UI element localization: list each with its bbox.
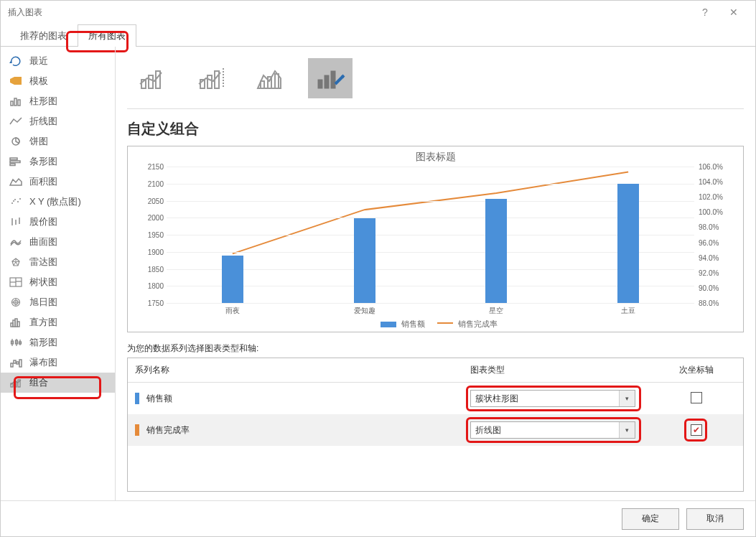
combo-subtype-1[interactable]	[131, 58, 176, 98]
sidebar-item-scatter[interactable]: X Y (散点图)	[1, 192, 115, 212]
secondary-axis-checkbox-2[interactable]	[691, 424, 702, 436]
pie-icon	[9, 136, 22, 146]
sidebar-item-boxplot[interactable]: 箱形图	[1, 332, 115, 352]
sidebar-item-label: 饼图	[29, 135, 48, 148]
svg-point-11	[19, 198, 21, 200]
sidebar-item-line[interactable]: 折线图	[1, 111, 115, 131]
template-icon	[9, 76, 22, 86]
surface-icon	[9, 237, 22, 247]
combo-subtype-3[interactable]	[249, 58, 294, 98]
series-type-dropdown-1[interactable]: 簇状柱形图 ▾	[470, 390, 635, 407]
waterfall-icon	[9, 358, 22, 368]
y-axis-tick: 2050	[148, 197, 167, 205]
svg-rect-60	[331, 71, 335, 88]
y-axis-tick: 1750	[148, 299, 167, 307]
series-table: 系列名称 图表类型 次坐标轴 销售额 簇状柱形图 ▾	[127, 358, 744, 492]
x-axis-label: 星空	[489, 306, 503, 316]
y-axis-tick: 1850	[148, 265, 167, 273]
sidebar-item-waterfall[interactable]: 瀑布图	[1, 352, 115, 373]
sidebar-item-label: 旭日图	[29, 296, 57, 309]
titlebar: 插入图表 ? ✕	[1, 1, 755, 24]
combo-subtype-custom[interactable]	[308, 58, 353, 98]
svg-rect-48	[149, 75, 153, 88]
y2-axis-tick: 92.0%	[694, 268, 719, 276]
col-header-name: 系列名称	[135, 364, 470, 376]
y2-axis-tick: 98.0%	[694, 223, 719, 231]
sidebar-item-label: 雷达图	[29, 256, 57, 268]
column-icon	[9, 96, 22, 106]
series-swatch	[135, 393, 139, 404]
series-row: 销售完成率 折线图 ▾	[128, 414, 743, 446]
sidebar-item-label: 最近	[29, 55, 48, 67]
chart-legend: 销售额 销售完成率	[135, 319, 736, 330]
series-name-label: 销售完成率	[146, 424, 190, 436]
sidebar-item-area[interactable]: 面积图	[1, 172, 115, 192]
dialog-footer: 确定 取消	[1, 500, 755, 536]
sidebar-item-label: 股价图	[29, 215, 57, 228]
sidebar-item-pie[interactable]: 饼图	[1, 131, 115, 151]
sidebar-item-column[interactable]: 柱形图	[1, 91, 115, 111]
y-axis-tick: 2100	[148, 179, 167, 187]
area-icon	[9, 177, 22, 187]
sidebar-item-surface[interactable]: 曲面图	[1, 232, 115, 252]
svg-line-19	[16, 262, 18, 266]
svg-rect-2	[18, 100, 20, 106]
sunburst-icon	[9, 297, 22, 307]
sidebar-item-sunburst[interactable]: 旭日图	[1, 292, 115, 312]
svg-rect-0	[11, 101, 13, 106]
section-title: 自定义组合	[127, 119, 744, 139]
tab-all-charts[interactable]: 所有图表	[78, 24, 136, 47]
y2-axis-tick: 94.0%	[694, 253, 719, 261]
chart-category-sidebar: 最近模板柱形图折线图饼图条形图面积图X Y (散点图)股价图曲面图雷达图树状图旭…	[1, 47, 116, 500]
series-name-label: 销售额	[146, 393, 172, 405]
svg-rect-58	[318, 80, 322, 88]
series-config: 为您的数据系列选择图表类型和轴: 系列名称 图表类型 次坐标轴 销售额	[127, 342, 744, 492]
tab-recommended[interactable]: 推荐的图表	[9, 24, 78, 47]
sidebar-item-label: 树状图	[29, 276, 57, 289]
svg-rect-6	[10, 164, 15, 166]
sidebar-item-bar[interactable]: 条形图	[1, 151, 115, 172]
combo-subtype-2[interactable]	[190, 58, 235, 98]
svg-rect-59	[325, 75, 329, 88]
sidebar-item-stock[interactable]: 股价图	[1, 212, 115, 232]
y2-axis-tick: 90.0%	[694, 284, 719, 291]
ok-button[interactable]: 确定	[622, 508, 679, 530]
y2-axis-tick: 96.0%	[694, 238, 719, 246]
secondary-axis-checkbox-1[interactable]	[691, 392, 702, 403]
svg-point-9	[14, 199, 16, 200]
sidebar-item-template[interactable]: 模板	[1, 71, 115, 91]
bar	[354, 218, 375, 303]
radar-icon	[9, 257, 22, 267]
bar	[222, 256, 243, 304]
tab-strip: 推荐的图表 所有图表	[1, 24, 755, 47]
svg-rect-51	[207, 75, 212, 88]
legend-label-2: 销售完成率	[458, 319, 498, 328]
sidebar-item-label: 直方图	[29, 316, 57, 329]
y2-axis-tick: 106.0%	[694, 163, 723, 171]
cancel-button[interactable]: 取消	[686, 508, 744, 530]
series-table-header: 系列名称 图表类型 次坐标轴	[128, 358, 743, 383]
help-button[interactable]: ?	[691, 6, 719, 18]
sidebar-item-label: 面积图	[29, 175, 57, 188]
svg-marker-7	[10, 179, 22, 185]
sidebar-item-radar[interactable]: 雷达图	[1, 252, 115, 272]
y-axis-tick: 2000	[148, 214, 167, 222]
close-button[interactable]: ✕	[719, 6, 748, 18]
y-axis-tick: 1900	[148, 248, 167, 256]
sidebar-item-recent[interactable]: 最近	[1, 51, 115, 71]
bar	[617, 184, 639, 303]
sidebar-item-treemap[interactable]: 树状图	[1, 272, 115, 292]
sidebar-item-histogram[interactable]: 直方图	[1, 312, 115, 332]
svg-point-10	[17, 201, 19, 202]
sidebar-item-label: 条形图	[29, 155, 57, 168]
sidebar-item-combo[interactable]: 组合	[1, 373, 115, 393]
chevron-down-icon: ▾	[619, 422, 635, 438]
series-type-dropdown-2[interactable]: 折线图 ▾	[470, 421, 635, 439]
svg-rect-5	[10, 161, 20, 163]
bar-icon	[9, 157, 22, 167]
insert-chart-dialog: 插入图表 ? ✕ 推荐的图表 所有图表 最近模板柱形图折线图饼图条形图面积图X …	[0, 0, 756, 537]
histogram-icon	[9, 317, 22, 327]
svg-point-12	[13, 200, 14, 202]
y2-axis-tick: 88.0%	[694, 299, 719, 307]
series-row: 销售额 簇状柱形图 ▾	[128, 383, 743, 414]
